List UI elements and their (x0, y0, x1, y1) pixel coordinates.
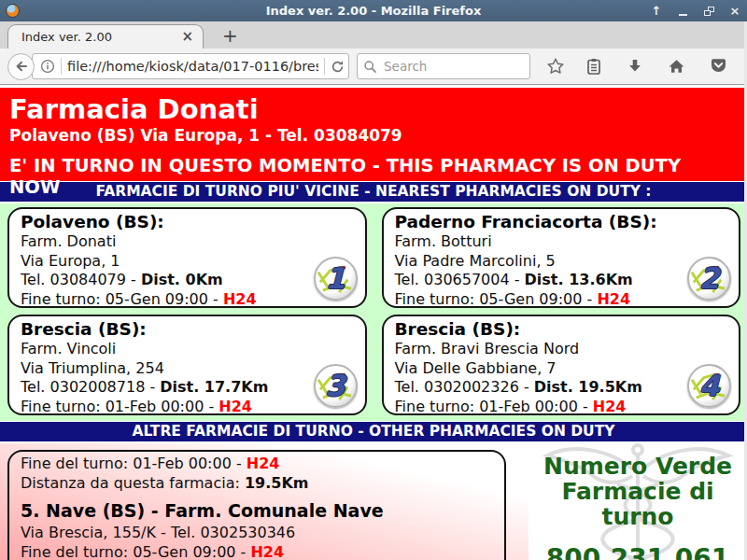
toll-free-panel: Numero Verde Farmacie di turno 800.231.0… (529, 443, 747, 560)
pharmacy-shift-end: Fine turno: 01-Feb 00:00 - H24 (21, 398, 354, 416)
tab-bar: Index ver. 2.00 × + (0, 21, 747, 49)
window-title: Index ver. 2.00 - Mozilla Firefox (0, 4, 747, 18)
toll-free-line2: Farmacie di turno (529, 479, 747, 529)
pocket-button[interactable] (701, 54, 736, 78)
pharmacy-name: Farm. Bravi Brescia Nord (395, 340, 728, 359)
window-restore-button[interactable] (702, 5, 715, 18)
url-bar[interactable]: file:///home/kiosk/data/017-0116/brescia… (32, 53, 349, 79)
pharmacy-city: Brescia (BS): (395, 318, 728, 340)
window-up-button[interactable]: ↑ (650, 5, 663, 18)
pharmacy-card-1: Polaveno (BS): Farm. Donati Via Europa, … (7, 207, 367, 308)
minimize-icon (679, 14, 687, 16)
home-icon (668, 58, 685, 75)
pharmacy-shift-end: Fine turno: 01-Feb 00:00 - H24 (395, 398, 728, 416)
other-pharmacies-cell: Fine del turno: 01-Feb 00:00 - H24 Dista… (0, 443, 529, 560)
pharmacy-tel-dist: Tel. 030657004 - Dist. 13.6Km (395, 271, 728, 290)
pharmacy-street: Via Delle Gabbiane, 7 (395, 359, 728, 379)
h24-badge: H24 (218, 398, 252, 415)
clipboard-icon (585, 58, 602, 76)
shift-prefix: Fine turno: 05-Gen 09:00 - (395, 290, 598, 308)
dist-prefix: Distanza da questa farmacia: (21, 474, 245, 492)
distance-value: Dist. 13.6Km (525, 271, 633, 288)
h24-badge: H24 (597, 290, 630, 308)
pharmacy-name: Farm. Botturi (395, 232, 728, 252)
window-titlebar: Index ver. 2.00 - Mozilla Firefox ↑ × (0, 0, 747, 21)
divider (324, 58, 325, 75)
pharmacy-street: Via Padre Marcolini, 5 (395, 252, 728, 272)
tab-index[interactable]: Index ver. 2.00 × (7, 24, 204, 49)
pharmacy-city: Polaveno (BS): (21, 211, 354, 232)
window-minimize-button[interactable] (676, 5, 689, 18)
home-button[interactable] (659, 54, 694, 78)
download-icon (627, 58, 643, 75)
rank-badge-2: 2 (687, 257, 731, 301)
shift-prefix: Fine del turno: 05-Gen 09:00 - (21, 543, 250, 560)
h24-badge: H24 (247, 455, 280, 472)
pharmacy-tel-dist: Tel. 0302008718 - Dist. 17.7Km (21, 378, 354, 398)
search-bar[interactable] (357, 53, 530, 79)
rank-number: 1 (325, 264, 345, 293)
shift-prefix: Fine turno: 01-Feb 00:00 - (395, 398, 593, 415)
toll-free-line1: Numero Verde (529, 454, 747, 479)
divider (61, 58, 62, 75)
toll-free-text: Numero Verde Farmacie di turno 800.231.0… (529, 454, 747, 560)
prev-shift-end: Fine del turno: 01-Feb 00:00 - H24 (21, 454, 493, 473)
tel-prefix: Tel. 0302008718 - (21, 378, 160, 396)
other-pharmacies-section: Fine del turno: 01-Feb 00:00 - H24 Dista… (0, 443, 747, 560)
rank-number: 3 (325, 371, 345, 400)
pharmacy-tel-dist: Tel. 0302002326 - Dist. 19.5Km (395, 378, 728, 398)
pharmacy-address: Polaveno (BS) Via Europa, 1 - Tel. 03084… (9, 127, 738, 145)
entry-shift-end: Fine del turno: 05-Gen 09:00 - H24 (21, 542, 493, 560)
shift-prefix: Fine turno: 05-Gen 09:00 - (21, 290, 223, 308)
tab-close-icon[interactable]: × (181, 30, 193, 44)
new-tab-button[interactable]: + (217, 24, 244, 49)
other-section-bar: ALTRE FARMACIE DI TURNO - OTHER PHARMACI… (0, 421, 747, 443)
bookmarks-library-button[interactable] (577, 54, 611, 79)
entry-street: Via Brescia, 155/K - Tel. 0302530346 (21, 523, 493, 542)
shift-prefix: Fine turno: 01-Feb 00:00 - (21, 398, 218, 415)
back-button[interactable] (7, 53, 35, 80)
search-input[interactable] (382, 58, 524, 75)
distance-value: Dist. 19.5Km (534, 378, 642, 396)
shift-prefix: Fine del turno: 01-Feb 00:00 - (21, 455, 247, 472)
window-close-button[interactable]: × (728, 5, 741, 18)
h24-badge: H24 (223, 290, 257, 308)
bookmark-star-button[interactable] (538, 53, 573, 79)
pharmacy-card-4: Brescia (BS): Farm. Bravi Brescia Nord V… (382, 315, 741, 415)
pharmacy-card-2: Paderno Franciacorta (BS): Farm. Botturi… (382, 207, 741, 308)
toll-free-number: 800.231.061 (529, 543, 747, 560)
back-arrow-icon (14, 59, 29, 74)
search-icon (363, 60, 377, 74)
pharmacy-city: Paderno Franciacorta (BS): (395, 211, 728, 232)
pharmacy-name: Farm. Vincoli (21, 340, 354, 359)
pharmacy-city: Brescia (BS): (21, 318, 354, 340)
rank-number: 4 (699, 371, 720, 400)
reload-icon[interactable] (331, 60, 345, 74)
rank-badge-1: 1 (314, 257, 358, 301)
entry-title: 5. Nave (BS) - Farm. Comunale Nave (21, 499, 493, 523)
pocket-icon (710, 58, 727, 75)
page-content: Farmacia Donati Polaveno (BS) Via Europa… (0, 85, 747, 560)
distance-value: Dist. 17.7Km (160, 378, 268, 396)
pharmacy-shift-end: Fine turno: 05-Gen 09:00 - H24 (21, 290, 354, 309)
pharmacy-name: Farm. Donati (21, 232, 354, 252)
pharmacy-card-3: Brescia (BS): Farm. Vincoli Via Triumpli… (7, 315, 367, 415)
url-text[interactable]: file:///home/kiosk/data/017-0116/brescia… (67, 59, 318, 74)
nearest-pharmacies-grid: Polaveno (BS): Farm. Donati Via Europa, … (0, 203, 747, 421)
restore-icon (704, 7, 714, 16)
nearest-section-bar: FARMACIE DI TURNO PIU' VICINE - NEAREST … (0, 181, 747, 203)
star-icon (546, 57, 565, 76)
pharmacy-header: Farmacia Donati Polaveno (BS) Via Europa… (0, 88, 747, 181)
downloads-button[interactable] (618, 54, 652, 78)
rank-number: 2 (699, 264, 720, 293)
h24-badge: H24 (250, 543, 284, 560)
other-pharmacies-panel: Fine del turno: 01-Feb 00:00 - H24 Dista… (7, 450, 506, 560)
navigation-toolbar: file:///home/kiosk/data/017-0116/brescia… (0, 49, 747, 85)
info-icon (40, 59, 55, 74)
firefox-logo-icon (6, 4, 20, 18)
pharmacy-street: Via Triumplina, 254 (21, 359, 354, 379)
pharmacy-tel-dist: Tel. 03084079 - Dist. 0Km (21, 271, 354, 290)
distance-value: Dist. 0Km (141, 271, 223, 288)
tel-prefix: Tel. 030657004 - (395, 271, 525, 288)
rank-badge-4: 4 (687, 364, 731, 408)
